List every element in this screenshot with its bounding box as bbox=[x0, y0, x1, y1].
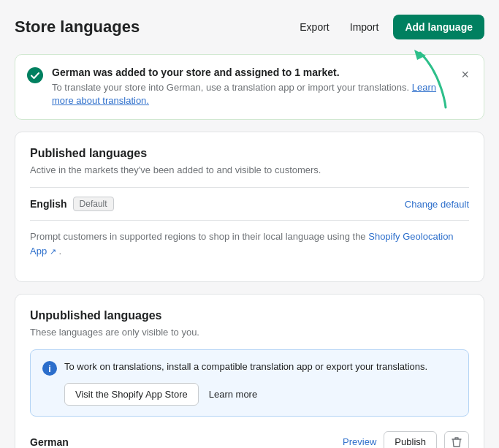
success-icon bbox=[27, 67, 43, 83]
visit-app-store-button[interactable]: Visit the Shopify App Store bbox=[64, 383, 199, 406]
export-button[interactable]: Export bbox=[294, 17, 335, 37]
banner-description: To translate your store into German, use… bbox=[52, 81, 449, 107]
add-language-button[interactable]: Add language bbox=[393, 15, 484, 39]
info-icon: i bbox=[42, 361, 57, 376]
unpublished-section-title: Unpublished languages bbox=[30, 309, 469, 322]
unpublished-section-subtitle: These languages are only visible to you. bbox=[30, 327, 469, 338]
banner-close-button[interactable]: × bbox=[458, 67, 472, 83]
english-language-name: English bbox=[30, 198, 67, 210]
english-language-row: English Default Change default bbox=[30, 187, 469, 220]
default-badge: Default bbox=[73, 197, 114, 211]
change-default-link[interactable]: Change default bbox=[405, 199, 469, 210]
trash-icon bbox=[452, 436, 462, 448]
english-language-info: English Default bbox=[30, 197, 114, 211]
learn-more-button[interactable]: Learn more bbox=[206, 383, 260, 406]
svg-text:i: i bbox=[48, 363, 51, 374]
translation-info-text: To work on translations, install a compa… bbox=[64, 360, 427, 373]
delete-language-button[interactable] bbox=[444, 431, 469, 448]
banner-content: German was added to your store and assig… bbox=[52, 67, 449, 107]
preview-link[interactable]: Preview bbox=[343, 436, 376, 447]
info-actions: Visit the Shopify App Store Learn more bbox=[64, 383, 427, 406]
import-button[interactable]: Import bbox=[344, 17, 385, 37]
geolocation-row: Prompt customers in supported regions to… bbox=[30, 220, 469, 267]
unpublished-languages-card: Unpublished languages These languages ar… bbox=[15, 294, 484, 448]
page-header: Store languages Export Import Add langua… bbox=[15, 15, 484, 39]
svg-point-1 bbox=[27, 67, 43, 83]
german-language-name: German bbox=[30, 436, 69, 448]
success-banner: German was added to your store and assig… bbox=[15, 54, 484, 120]
german-language-row: German Preview Publish bbox=[30, 428, 469, 448]
banner-title: German was added to your store and assig… bbox=[52, 67, 449, 78]
header-actions: Export Import Add language bbox=[294, 15, 484, 39]
german-row-actions: Preview Publish bbox=[343, 431, 469, 448]
published-languages-card: Published languages Active in the market… bbox=[15, 132, 484, 282]
translation-info-box: i To work on translations, install a com… bbox=[30, 349, 469, 416]
publish-button[interactable]: Publish bbox=[384, 431, 437, 448]
published-section-subtitle: Active in the markets they've been added… bbox=[30, 164, 469, 175]
page-title: Store languages bbox=[15, 18, 140, 37]
published-section-title: Published languages bbox=[30, 147, 469, 160]
